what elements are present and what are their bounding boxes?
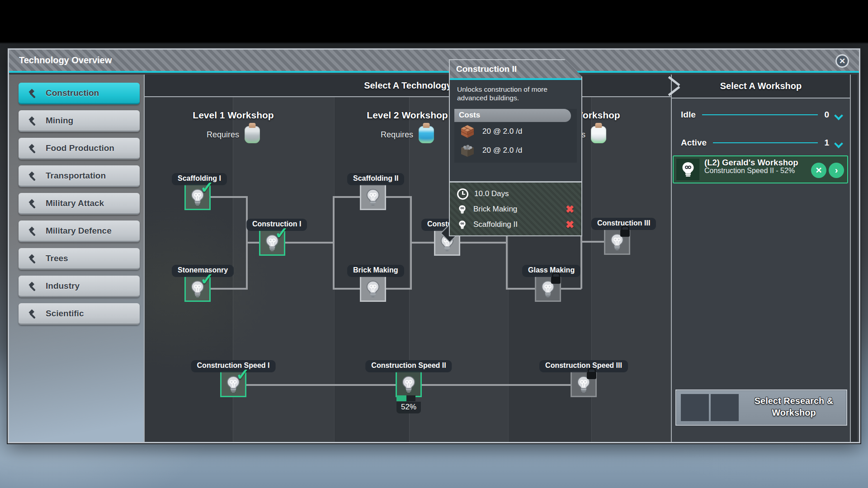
idle-workshops-dropdown[interactable]: Idle 0 — [681, 109, 842, 121]
not-met-icon: ✖ — [566, 219, 574, 231]
sidebar-item-construction[interactable]: Construction — [19, 83, 140, 104]
clock-icon — [457, 188, 468, 200]
duration-row: 10.0 Days — [450, 186, 581, 202]
workshop-goto-button[interactable]: › — [829, 163, 844, 178]
hammer-icon — [27, 170, 38, 182]
connector-line — [580, 241, 604, 243]
completed-check-icon: ✓ — [236, 366, 250, 383]
prerequisite-row-scaffolding-2: Scaffolding II ✖ — [450, 217, 581, 232]
sidebar-item-label: Food Production — [46, 143, 114, 153]
sidebar-item-label: Trees — [46, 253, 68, 263]
sidebar-item-military-attack[interactable]: Military Attack — [19, 193, 140, 215]
popup-costs-section: Costs 20 @ 2.0 /d 20 @ 2.0 /d — [454, 109, 577, 163]
not-met-icon: ✖ — [566, 203, 574, 216]
connector-line — [211, 288, 247, 290]
sidebar-item-label: Military Attack — [46, 198, 104, 208]
hammer-icon — [27, 87, 38, 99]
footer-hint: Select Research & Workshop — [744, 395, 844, 418]
hammer-icon — [27, 253, 38, 264]
sidebar-item-label: Construction — [46, 88, 99, 98]
panel-scroll-track — [850, 75, 857, 442]
workshop-slot-placeholder — [711, 394, 739, 421]
title-bar: Technology Overview ✕ — [9, 50, 859, 73]
tech-header-title: Select A Technology — [364, 80, 452, 91]
sidebar-item-military-defence[interactable]: Military Defence — [19, 221, 140, 242]
connector-line — [386, 288, 411, 290]
chevron-right-icon — [665, 76, 679, 96]
duration-text: 10.0 Days — [474, 189, 509, 198]
sidebar-item-trees[interactable]: Trees — [19, 248, 140, 270]
tech-node-scaffolding-2[interactable]: Scaffolding II — [360, 184, 386, 210]
popup-requirements-section: 10.0 Days Brick Making ✖ Scaffolding II … — [450, 181, 581, 235]
connector-line — [561, 288, 581, 290]
completed-check-icon: ✓ — [275, 225, 288, 241]
sidebar-item-label: Industry — [46, 281, 80, 291]
completed-check-icon: ✓ — [200, 179, 214, 196]
technology-tree-area: Select A Technology Level 1 Workshop Req… — [145, 75, 672, 442]
costs-banner: Costs — [454, 109, 571, 122]
tech-node-construction-speed-2[interactable]: Construction Speed II — [396, 371, 422, 397]
sidebar-item-transportation[interactable]: Transportation — [19, 165, 140, 187]
workshop-remove-button[interactable]: ✕ — [811, 163, 826, 178]
popup-description: Unlocks construction of more advanced bu… — [450, 80, 581, 106]
research-jar-level-1-icon — [245, 126, 260, 143]
select-research-workshop-bar: Select Research & Workshop — [675, 389, 847, 426]
connector-line — [333, 288, 360, 290]
bulb-icon — [363, 188, 382, 206]
workshop-card-subtitle: Construction Speed II - 52% — [704, 167, 802, 175]
bulb-icon — [363, 279, 382, 298]
tech-node-scaffolding-1[interactable]: Scaffolding I ✓ — [184, 184, 211, 210]
tech-node-construction-1[interactable]: Construction I ✓ — [259, 230, 285, 256]
research-progress-percent: 52% — [396, 402, 421, 413]
tech-node-construction-speed-1[interactable]: Construction Speed I ✓ — [220, 371, 246, 397]
tech-node-brick-making[interactable]: Brick Making — [360, 276, 386, 302]
connector-line — [333, 196, 360, 198]
tech-node-glass-making[interactable]: Glass Making — [535, 276, 561, 302]
close-icon: ✕ — [839, 56, 845, 66]
sidebar-item-scientific[interactable]: Scientific — [19, 303, 140, 325]
lock-icon — [620, 230, 630, 237]
tech-area-header: Select A Technology — [145, 75, 671, 97]
active-workshops-dropdown[interactable]: Active 1 — [681, 137, 842, 149]
hammer-icon — [27, 142, 38, 154]
popup-header: Construction II — [450, 60, 581, 80]
research-progress-bar — [396, 395, 415, 401]
lock-icon — [587, 372, 596, 379]
sidebar-item-label: Scientific — [46, 309, 84, 319]
workshop-card-geralds-workshop[interactable]: (L2) Gerald's Workshop Construction Spee… — [673, 155, 848, 183]
workshop-card-title: (L2) Gerald's Workshop — [704, 158, 798, 168]
hammer-icon — [27, 197, 38, 209]
hammer-icon — [27, 280, 38, 292]
research-jar-level-2-icon — [419, 126, 434, 143]
hammer-icon — [27, 225, 38, 237]
window-title: Technology Overview — [19, 55, 112, 66]
stone-rubble-icon — [460, 143, 475, 158]
close-button[interactable]: ✕ — [835, 54, 849, 68]
construction-2-tooltip: Construction II Unlocks construction of … — [449, 59, 582, 236]
cost-row-stone: 20 @ 2.0 /d — [454, 141, 577, 160]
chevron-down-icon — [835, 140, 842, 146]
chevron-down-icon — [835, 112, 842, 118]
sidebar-item-label: Mining — [46, 116, 73, 126]
connector-line — [333, 196, 335, 290]
lock-icon — [551, 277, 561, 284]
sidebar-item-industry[interactable]: Industry — [19, 276, 140, 297]
sidebar-item-mining[interactable]: Mining — [19, 110, 140, 132]
tech-node-construction-speed-3[interactable]: Construction Speed III — [571, 371, 597, 397]
research-slot-placeholder — [681, 394, 709, 421]
hammer-icon — [27, 115, 38, 127]
hammer-icon — [27, 308, 38, 319]
bricks-icon — [460, 124, 475, 139]
prerequisite-row-brick-making: Brick Making ✖ — [450, 202, 581, 217]
connector-line — [460, 242, 507, 244]
workshop-panel: Select A Workshop Idle 0 Active 1 (L2) G… — [672, 75, 850, 442]
technology-overview-dialog: Technology Overview ✕ Construction Minin… — [8, 48, 860, 443]
tech-node-stonemasonry[interactable]: Stonemasonry ✓ — [184, 276, 211, 302]
tech-node-construction-3[interactable]: Construction III — [604, 229, 630, 255]
connector-line — [386, 196, 411, 198]
sidebar-item-label: Military Defence — [46, 226, 112, 236]
connector-line — [410, 242, 434, 244]
connector-line — [285, 242, 334, 244]
active-count: 1 — [824, 138, 829, 148]
sidebar-item-food-production[interactable]: Food Production — [19, 138, 140, 160]
